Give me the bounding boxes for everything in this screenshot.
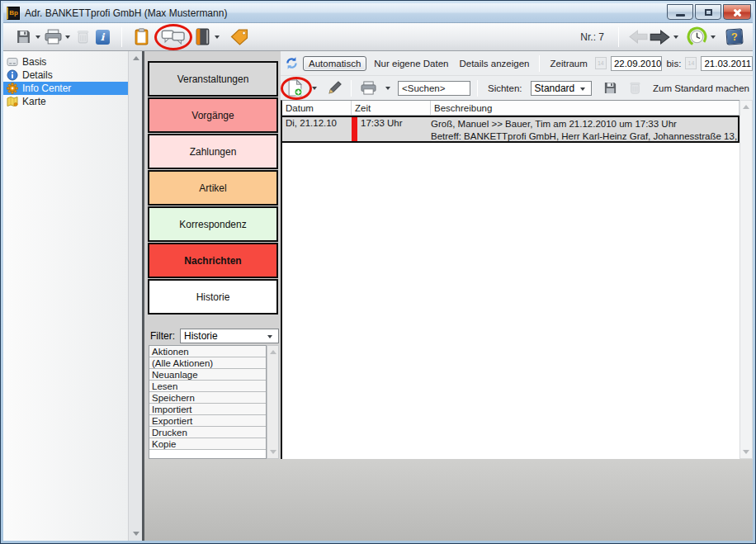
print-dropdown-caret[interactable] — [385, 87, 390, 90]
filter-label: Filter: — [150, 330, 175, 342]
list-item[interactable]: Drucken — [149, 427, 266, 438]
date-from-field[interactable]: 22.09.2010 — [611, 56, 663, 71]
next-record-button[interactable] — [649, 26, 671, 48]
column-header-zeit[interactable]: Zeit — [352, 101, 431, 115]
nav-button-veranstaltungen[interactable]: Veranstaltungen — [148, 61, 278, 97]
print-dropdown-caret[interactable] — [65, 35, 70, 39]
content-area: Basis Details Info Center — [3, 51, 753, 541]
window-title: Adr. BANKETTprofi GmbH (Max Mustermann) — [25, 7, 227, 19]
scroll-up-icon[interactable] — [130, 52, 142, 64]
edit-button[interactable] — [324, 78, 344, 98]
filter-list-scrollbar[interactable] — [267, 345, 279, 459]
table-scrollbar[interactable] — [739, 100, 753, 459]
list-item[interactable]: Kopie — [149, 438, 266, 450]
sidebar-item-basis[interactable]: Basis — [3, 55, 128, 69]
nav-button-historie[interactable]: Historie — [148, 279, 278, 315]
calendar-icon[interactable]: 14 — [595, 57, 607, 69]
trash-icon — [75, 29, 91, 45]
bis-label: bis: — [666, 56, 681, 71]
scroll-up-icon[interactable] — [267, 346, 278, 358]
sidebar-item-karte[interactable]: Karte — [3, 95, 128, 108]
nur-eigene-daten-button[interactable]: Nur eigene Daten — [371, 56, 451, 71]
table-header-row: Datum Zeit Beschreibung — [282, 101, 739, 116]
addressbook-button[interactable] — [192, 26, 212, 48]
minimize-button[interactable] — [667, 4, 693, 20]
toolbar-separator — [539, 55, 540, 72]
info-icon: i — [96, 30, 110, 45]
delete-view-button — [625, 78, 645, 98]
clock-icon — [687, 26, 707, 47]
next-record-dropdown-caret[interactable] — [673, 35, 678, 39]
printer-icon — [45, 29, 62, 45]
list-item[interactable]: (Alle Aktionen) — [149, 357, 266, 369]
history-clock-button[interactable] — [686, 26, 708, 48]
nav-button-label: Artikel — [199, 182, 226, 194]
history-table: Datum Zeit Beschreibung Di, 21.12.10 17:… — [281, 100, 739, 459]
calendar-icon[interactable]: 14 — [685, 57, 697, 69]
print-button[interactable] — [43, 26, 63, 48]
nav-button-vorgaenge[interactable]: Vorgänge — [148, 97, 278, 133]
refresh-icon[interactable] — [285, 56, 299, 70]
restore-button[interactable] — [695, 4, 721, 20]
list-item[interactable]: Speichern — [149, 392, 266, 404]
scroll-down-icon[interactable] — [740, 446, 752, 458]
basis-icon — [7, 56, 18, 68]
nav-button-korrespondenz[interactable]: Korrespondenz — [148, 206, 278, 242]
back-arrow-icon — [629, 30, 648, 44]
nav-button-artikel[interactable]: Artikel — [148, 170, 278, 206]
tag-icon — [229, 28, 249, 45]
save-dropdown-caret[interactable] — [35, 35, 40, 39]
new-entry-button[interactable] — [285, 78, 305, 98]
make-default-button[interactable]: Zum Standard machen — [650, 81, 753, 96]
list-item[interactable]: Lesen — [149, 381, 266, 392]
filter-dropdown[interactable]: Historie — [180, 329, 279, 343]
nav-button-zahlungen[interactable]: Zahlungen — [148, 134, 278, 169]
nav-button-label: Korrespondenz — [179, 219, 246, 230]
nav-button-label: Vorgänge — [191, 110, 234, 121]
sidebar-item-label: Basis — [22, 56, 46, 68]
history-dropdown-caret[interactable] — [711, 35, 716, 39]
scroll-down-icon[interactable] — [267, 446, 278, 458]
tag-button[interactable] — [229, 26, 250, 48]
print-list-button[interactable] — [358, 78, 378, 98]
sidebar-item-details[interactable]: Details — [3, 69, 128, 82]
scroll-up-icon[interactable] — [740, 101, 752, 113]
close-button[interactable] — [723, 4, 751, 20]
description-line1: Groß, Manuel >> Bauer, Tim am 21.12.2010… — [431, 118, 738, 130]
sidebar-item-info-center[interactable]: Info Center — [3, 82, 128, 95]
forward-arrow-icon — [650, 30, 670, 45]
clipboard-button[interactable] — [131, 26, 151, 48]
column-header-beschreibung[interactable]: Beschreibung — [431, 101, 739, 115]
app-window: Bp Adr. BANKETTprofi GmbH (Max Musterman… — [0, 0, 756, 544]
new-entry-dropdown-caret[interactable] — [312, 87, 317, 90]
scroll-down-icon[interactable] — [130, 527, 142, 540]
addressbook-dropdown-caret[interactable] — [215, 35, 220, 39]
filter-action-list: Aktionen (Alle Aktionen) Neuanlage Lesen… — [149, 345, 267, 459]
trash-icon — [628, 81, 642, 95]
automatisch-toggle[interactable]: Automatisch — [303, 56, 366, 71]
restore-icon — [705, 9, 712, 16]
toolbar-separator — [477, 80, 478, 97]
nav-button-nachrichten[interactable]: Nachrichten — [148, 243, 278, 278]
help-button[interactable]: ? — [725, 26, 744, 48]
list-item[interactable]: Exportiert — [149, 415, 266, 427]
table-row[interactable]: Di, 21.12.10 17:33 Uhr Groß, Manuel >> B… — [282, 116, 739, 143]
save-button[interactable] — [13, 26, 33, 48]
app-icon: Bp — [7, 7, 20, 20]
category-panel: Veranstaltungen Vorgänge Zahlungen Artik… — [144, 51, 281, 459]
date-to-field[interactable]: 21.03.2011 — [701, 56, 753, 71]
info-button[interactable]: i — [92, 26, 112, 48]
messages-button[interactable] — [159, 26, 187, 48]
printer-icon — [361, 81, 376, 95]
nav-button-label: Zahlungen — [190, 146, 237, 158]
sidebar-scrollbar[interactable] — [128, 51, 142, 541]
sidebar: Basis Details Info Center — [3, 51, 142, 541]
save-view-button[interactable] — [600, 78, 620, 98]
list-item[interactable]: Neuanlage — [149, 369, 266, 381]
list-item[interactable]: Importiert — [149, 404, 266, 415]
search-input[interactable]: <Suchen> — [398, 81, 470, 96]
save-icon — [603, 81, 617, 95]
details-anzeigen-button[interactable]: Details anzeigen — [456, 56, 532, 71]
view-dropdown[interactable]: Standard — [531, 81, 592, 96]
column-header-datum[interactable]: Datum — [282, 101, 352, 115]
